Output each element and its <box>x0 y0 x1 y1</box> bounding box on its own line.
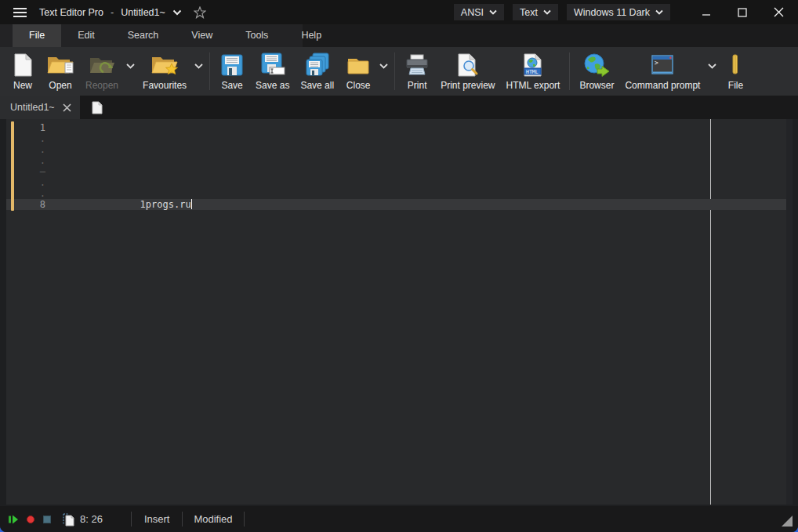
statusbar: 8: 26 Insert Modified <box>0 506 798 532</box>
editor-row[interactable]: . <box>6 155 786 166</box>
caret-position[interactable]: 8: 26 <box>80 513 103 525</box>
save-all-button[interactable]: Save all <box>295 47 339 96</box>
title-separator: - <box>111 7 114 18</box>
save-button[interactable]: Save <box>214 47 250 96</box>
editor-row[interactable]: . <box>6 177 786 188</box>
editor-scroll-track[interactable] <box>786 119 793 505</box>
current-line-text: 1progs.ru <box>49 199 191 210</box>
editor-row[interactable]: 1 <box>6 122 786 133</box>
toolbar-group-file: New Open <box>5 47 205 96</box>
favourites-dropdown-chevron-icon[interactable] <box>192 58 205 74</box>
favourite-star-icon[interactable] <box>194 6 206 19</box>
save-label: Save <box>221 80 242 91</box>
tab-untitled1[interactable]: Untitled1~ <box>0 96 80 119</box>
file-manager-button[interactable]: File <box>719 47 752 96</box>
file-partial-icon <box>727 50 743 79</box>
resize-grip[interactable] <box>782 516 793 527</box>
editor-row[interactable]: . <box>6 133 786 144</box>
text-caret <box>191 199 192 209</box>
menu-help[interactable]: Help <box>285 24 338 47</box>
editor-area[interactable]: 1 . . . – . . <box>6 119 793 505</box>
line-text: 1progs.ru <box>45 199 192 210</box>
menu-search[interactable]: Search <box>111 24 176 47</box>
app-window: Text Editor Pro - Untitled1~ ANSI Text W… <box>0 0 798 532</box>
chevron-down-icon <box>655 9 663 15</box>
toolbar-separator <box>394 52 395 90</box>
reopen-dropdown-chevron-icon[interactable] <box>124 58 137 74</box>
macro-record-icon[interactable] <box>26 515 35 524</box>
menu-view[interactable]: View <box>175 24 229 47</box>
modified-lines-bar <box>11 121 14 211</box>
save-as-floppy-icon <box>260 50 285 79</box>
browser-globe-icon <box>583 50 610 79</box>
chevron-down-icon <box>489 9 497 15</box>
toolbar-separator <box>209 52 210 90</box>
macro-play-icon[interactable] <box>8 514 19 525</box>
html-export-button[interactable]: HTML HTML export <box>501 47 566 96</box>
command-prompt-button[interactable]: > Command prompt <box>619 47 706 96</box>
chevron-down-icon <box>543 9 551 15</box>
menu-file[interactable]: File <box>13 24 61 47</box>
close-button[interactable] <box>765 0 792 24</box>
editor-lines: 1 . . . – . . <box>6 122 786 210</box>
html-export-label: HTML export <box>506 80 560 91</box>
save-floppy-icon <box>220 50 244 79</box>
svg-text:HTML: HTML <box>526 68 539 74</box>
toolbar-group-print: Print Print preview <box>399 47 565 96</box>
open-folder-icon <box>46 50 74 79</box>
file-manager-label: File <box>728 80 743 91</box>
open-label: Open <box>49 80 71 91</box>
minimize-button[interactable] <box>693 0 720 24</box>
editor-row[interactable]: – <box>6 166 786 177</box>
reopen-label: Reopen <box>85 80 118 91</box>
hamburger-menu-icon[interactable] <box>6 0 33 24</box>
new-document-icon <box>12 50 34 79</box>
close-folder-icon <box>345 50 372 79</box>
new-tab-document-icon[interactable] <box>92 101 103 114</box>
theme-dropdown[interactable]: Windows 11 Dark <box>567 4 670 20</box>
browser-button[interactable]: Browser <box>574 47 619 96</box>
save-all-floppy-icon <box>305 50 330 79</box>
menu-tools[interactable]: Tools <box>229 24 285 47</box>
print-preview-button[interactable]: Print preview <box>435 47 500 96</box>
close-file-button[interactable]: Close <box>339 47 377 96</box>
command-prompt-label: Command prompt <box>625 80 700 91</box>
macro-stop-icon[interactable] <box>42 515 52 524</box>
modified-indicator[interactable]: Modified <box>194 513 232 525</box>
maximize-button[interactable] <box>729 0 756 24</box>
reopen-button[interactable]: Reopen <box>80 47 124 96</box>
printer-icon <box>404 50 430 79</box>
titlebar: Text Editor Pro - Untitled1~ ANSI Text W… <box>0 0 798 24</box>
document-chevron-down-icon[interactable] <box>172 9 182 16</box>
editor-row[interactable]: . <box>6 188 786 199</box>
toolbar: New Open <box>0 47 798 96</box>
window-title: Text Editor Pro - Untitled1~ <box>39 6 206 19</box>
favourites-button[interactable]: Favourites <box>137 47 192 96</box>
open-button[interactable]: Open <box>41 47 80 96</box>
tab-label: Untitled1~ <box>10 102 55 113</box>
save-as-button[interactable]: Save as <box>250 47 295 96</box>
print-preview-label: Print preview <box>441 80 495 91</box>
print-label: Print <box>408 80 427 91</box>
filetype-dropdown[interactable]: Text <box>513 4 558 20</box>
print-button[interactable]: Print <box>399 47 435 96</box>
new-button[interactable]: New <box>5 47 41 96</box>
editor-current-row[interactable]: 8 1progs.ru <box>6 199 786 210</box>
statusbar-divider <box>131 512 132 527</box>
filetype-value: Text <box>520 7 538 18</box>
command-prompt-dropdown-chevron-icon[interactable] <box>706 58 719 74</box>
insert-mode-indicator[interactable]: Insert <box>144 513 170 525</box>
close-dropdown-chevron-icon[interactable] <box>377 58 390 74</box>
editor-row[interactable]: . <box>6 144 786 155</box>
encoding-dropdown[interactable]: ANSI <box>454 4 504 20</box>
document-name: Untitled1~ <box>121 7 165 18</box>
app-name: Text Editor Pro <box>39 7 103 18</box>
html-export-icon: HTML <box>521 50 545 79</box>
menu-edit[interactable]: Edit <box>61 24 111 47</box>
theme-value: Windows 11 Dark <box>574 7 650 18</box>
save-as-label: Save as <box>256 80 289 91</box>
tabbar: Untitled1~ <box>0 96 798 119</box>
encoding-value: ANSI <box>461 7 484 18</box>
tab-close-icon[interactable] <box>63 103 71 112</box>
favourites-folder-icon <box>151 50 179 79</box>
